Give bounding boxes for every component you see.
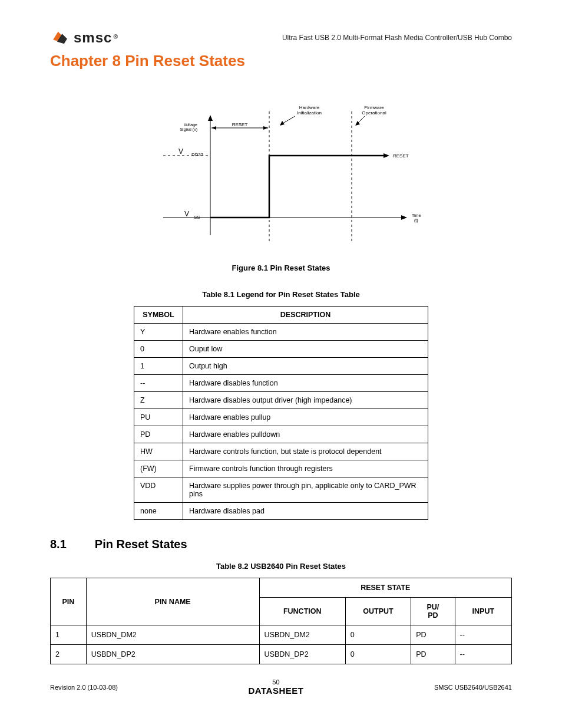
svg-text:Voltage: Voltage (184, 123, 197, 127)
svg-marker-11 (211, 126, 216, 130)
chapter-title: Chapter 8 Pin Reset States (50, 52, 512, 70)
legend-symbol: 1 (134, 358, 183, 375)
pins-table: PIN PIN NAME RESET STATE FUNCTION OUTPUT… (50, 578, 512, 664)
legend-symbol: Z (134, 392, 183, 409)
svg-text:RESET: RESET (393, 153, 409, 159)
footer-datasheet: DATASHEET (248, 686, 303, 696)
svg-marker-17 (280, 121, 285, 126)
pins-header-resetstate: RESET STATE (259, 578, 511, 598)
legend-symbol: none (134, 503, 183, 520)
legend-symbol: VDD (134, 477, 183, 503)
legend-row: 1Output high (134, 358, 428, 375)
pins-cell-pupd: PD (411, 625, 455, 645)
pins-header-output: OUTPUT (345, 598, 411, 625)
logo-text: smsc® (74, 29, 118, 46)
legend-symbol: Y (134, 324, 183, 341)
table-legend-caption: Table 8.1 Legend for Pin Reset States Ta… (50, 290, 512, 299)
svg-text:SS: SS (194, 215, 200, 220)
legend-description: Hardware disables function (183, 375, 428, 392)
svg-text:Hardware: Hardware (299, 105, 320, 110)
pins-row: 1USBDN_DM2USBDN_DM20PD-- (51, 625, 512, 645)
legend-row: noneHardware disables pad (134, 503, 428, 520)
legend-row: VDDHardware supplies power through pin, … (134, 477, 428, 503)
legend-description: Output high (183, 358, 428, 375)
legend-description: Hardware disables output driver (high im… (183, 392, 428, 409)
svg-text:(t): (t) (414, 218, 418, 223)
legend-symbol: -- (134, 375, 183, 392)
pins-header-function: FUNCTION (259, 598, 345, 625)
footer-page: 50 (248, 678, 303, 686)
pins-header-name: PIN NAME (86, 578, 259, 625)
legend-symbol: 0 (134, 341, 183, 358)
pins-cell-name: USBDN_DP2 (86, 645, 259, 664)
header-subtitle: Ultra Fast USB 2.0 Multi-Format Flash Me… (282, 34, 512, 42)
svg-marker-1 (208, 115, 213, 121)
svg-text:Operational: Operational (362, 110, 386, 116)
svg-text:RESET: RESET (232, 122, 248, 127)
page-footer: Revision 2.0 (10-03-08) 50 DATASHEET SMS… (50, 678, 512, 696)
legend-description: Hardware enables pullup (183, 409, 428, 426)
legend-table: SYMBOL DESCRIPTION YHardware enables fun… (134, 306, 428, 520)
svg-marker-3 (401, 215, 407, 220)
svg-text:DD33: DD33 (191, 152, 204, 157)
legend-row: (FW)Firmware controls function through r… (134, 460, 428, 477)
footer-left: Revision 2.0 (10-03-08) (50, 684, 118, 691)
pins-row: 2USBDN_DP2USBDN_DP20PD-- (51, 645, 512, 664)
pins-cell-pin: 2 (51, 645, 87, 664)
section-heading: 8.1 Pin Reset States (50, 538, 512, 551)
pins-cell-input: -- (455, 645, 511, 664)
pins-header-pupd: PU/ PD (411, 598, 455, 625)
legend-symbol: PD (134, 426, 183, 443)
legend-description: Hardware enables pulldown (183, 426, 428, 443)
legend-row: ZHardware disables output driver (high i… (134, 392, 428, 409)
logo: smsc® (50, 29, 118, 46)
legend-row: PUHardware enables pullup (134, 409, 428, 426)
legend-description: Hardware supplies power through pin, app… (183, 477, 428, 503)
pins-cell-function: USBDN_DP2 (259, 645, 345, 664)
svg-text:Firmware: Firmware (364, 105, 384, 110)
pins-cell-function: USBDN_DM2 (259, 625, 345, 645)
section-title: Pin Reset States (95, 538, 187, 551)
legend-row: --Hardware disables function (134, 375, 428, 392)
footer-right: SMSC USB2640/USB2641 (434, 684, 512, 691)
svg-text:Time: Time (412, 213, 421, 218)
legend-row: YHardware enables function (134, 324, 428, 341)
svg-text:Initialization: Initialization (297, 110, 322, 116)
figure-diagram: Time (t) Voltage Signal (v) RESET Hardwa… (50, 100, 512, 253)
legend-symbol: (FW) (134, 460, 183, 477)
logo-icon (50, 29, 70, 46)
pins-cell-name: USBDN_DM2 (86, 625, 259, 645)
legend-header-description: DESCRIPTION (183, 307, 428, 324)
legend-description: Firmware controls function through regis… (183, 460, 428, 477)
legend-header-symbol: SYMBOL (134, 307, 183, 324)
footer-center: 50 DATASHEET (248, 678, 303, 696)
figure-caption: Figure 8.1 Pin Reset States (50, 263, 512, 272)
legend-symbol: HW (134, 443, 183, 460)
svg-marker-12 (263, 126, 268, 130)
page-header: smsc® Ultra Fast USB 2.0 Multi-Format Fl… (50, 29, 512, 46)
pins-cell-output: 0 (345, 645, 411, 664)
pins-cell-input: -- (455, 625, 511, 645)
pins-header-pin: PIN (51, 578, 87, 625)
svg-text:Signal (v): Signal (v) (180, 127, 197, 132)
legend-description: Hardware enables function (183, 324, 428, 341)
pins-header-input: INPUT (455, 598, 511, 625)
svg-text:V: V (178, 147, 183, 156)
legend-description: Ouput low (183, 341, 428, 358)
legend-symbol: PU (134, 409, 183, 426)
legend-description: Hardware disables pad (183, 503, 428, 520)
pins-cell-pin: 1 (51, 625, 87, 645)
table-pins-caption: Table 8.2 USB2640 Pin Reset States (50, 562, 512, 571)
svg-text:V: V (184, 210, 189, 218)
legend-row: PDHardware enables pulldown (134, 426, 428, 443)
pins-cell-output: 0 (345, 625, 411, 645)
legend-row: HWHardware controls function, but state … (134, 443, 428, 460)
svg-marker-25 (384, 153, 389, 158)
section-number: 8.1 (50, 538, 67, 551)
pins-cell-pupd: PD (411, 645, 455, 664)
legend-description: Hardware controls function, but state is… (183, 443, 428, 460)
legend-row: 0Ouput low (134, 341, 428, 358)
